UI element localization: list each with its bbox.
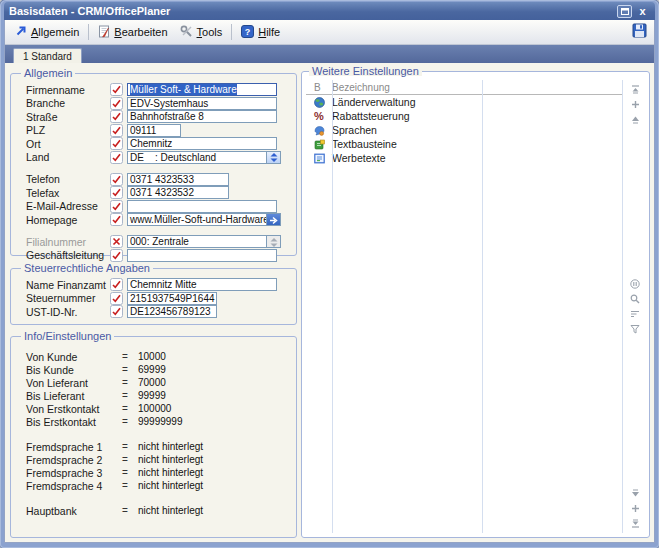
ne-arrow-icon [15, 25, 27, 39]
von-erstkontakt-value: 100000 [138, 403, 171, 414]
e-mail-adresse-field[interactable] [127, 200, 277, 213]
grid-row-rabattsteuerung[interactable]: %Rabattsteuerung [306, 109, 623, 123]
group-allgemein: Allgemein FirmennameMüller Soft- & Hardw… [10, 68, 297, 256]
steuernummer-field[interactable]: 2151937549P1644 [127, 292, 217, 305]
field-row-plz: PLZ09111 [26, 124, 289, 137]
move-up-icon[interactable] [630, 114, 641, 125]
check-icon[interactable] [110, 137, 123, 150]
check-icon[interactable] [110, 97, 123, 110]
plz-label: PLZ [26, 124, 110, 136]
von-kunde-value: 10000 [138, 351, 166, 362]
check-icon[interactable] [110, 173, 123, 186]
records-icon[interactable] [630, 279, 641, 290]
info-row-hauptbank: Hauptbank=nicht hinterlegt [26, 504, 289, 517]
field-row-stra-e: StraßeBahnhofstraße 8 [26, 110, 289, 123]
check-icon[interactable] [110, 278, 123, 291]
fremdsprache-1-label: Fremdsprache 1 [26, 441, 122, 453]
firmenname-field[interactable]: Müller Soft- & Hardware [127, 83, 277, 96]
check-icon[interactable] [110, 200, 123, 213]
check-icon[interactable] [110, 305, 123, 318]
grid-row-werbetexte[interactable]: Werbetexte [306, 151, 623, 165]
field-row-ort: OrtChemnitz [26, 137, 289, 150]
telefax-field[interactable]: 0371 4323532 [127, 186, 229, 199]
window-restore-button[interactable] [617, 5, 632, 18]
grid-nav-gutter [625, 84, 645, 529]
ust-id-nr-field[interactable]: DE123456789123 [127, 305, 217, 318]
equals-sign: = [122, 441, 138, 452]
filialnummer-field[interactable]: 000: Zentrale [127, 235, 267, 248]
open-homepage-button[interactable] [267, 213, 281, 226]
fremdsprache-3-value: nicht hinterlegt [138, 467, 203, 478]
name-finanzamt-field[interactable]: Chemnitz Mitte [127, 278, 277, 291]
grid-header-b[interactable]: B [306, 82, 332, 93]
filter-icon[interactable] [630, 324, 641, 335]
equals-sign: = [122, 351, 138, 362]
window-restore-icon [621, 5, 629, 17]
insert-up-icon[interactable] [630, 99, 641, 110]
check-icon[interactable] [110, 124, 123, 137]
steuer-fields: Name FinanzamtChemnitz MitteSteuernummer… [18, 278, 289, 318]
search-icon[interactable] [630, 294, 641, 305]
equals-sign: = [122, 480, 138, 491]
info-row-bis-kunde: Bis Kunde=69999 [26, 363, 289, 376]
bis-kunde-value: 69999 [138, 364, 166, 375]
plz-field[interactable]: 09111 [127, 124, 181, 137]
globe-icon [306, 97, 332, 108]
check-icon[interactable] [110, 151, 123, 164]
save-button[interactable] [628, 22, 650, 42]
window-close-button[interactable]: x [635, 5, 650, 18]
l-nderverwaltung-label: Länderverwaltung [332, 96, 415, 108]
toolbar-menus: AllgemeinBearbeitenTools?Hilfe [9, 23, 286, 42]
group-allgemein-title: Allgemein [21, 68, 75, 78]
field-row-telefon: Telefon0371 4323533 [26, 173, 289, 186]
grid-row-sprachen[interactable]: Sprachen [306, 123, 623, 137]
insert-down-icon[interactable] [630, 503, 641, 514]
telefon-field[interactable]: 0371 4323533 [127, 173, 229, 186]
go-arrow-icon [269, 211, 278, 229]
homepage-field[interactable]: www.Müller-Soft-und-Hardware.de [127, 213, 267, 226]
field-row-gesch-ftsleitung: Geschäftsleitung [26, 249, 289, 262]
field-row-name-finanzamt: Name FinanzamtChemnitz Mitte [26, 278, 289, 291]
stra-e-field[interactable]: Bahnhofstraße 8 [127, 110, 277, 123]
land-field[interactable]: DE : Deutschland [127, 151, 267, 164]
help-icon: ? [241, 25, 254, 40]
toolbar-separator [88, 24, 89, 40]
land-label: Land [26, 151, 110, 163]
ust-id-nr-label: UST-ID-Nr. [26, 306, 110, 318]
menu-allgemein[interactable]: Allgemein [9, 23, 85, 41]
menu-tools[interactable]: Tools [174, 23, 229, 42]
dropdown-button-land[interactable] [267, 151, 281, 164]
homepage-label: Homepage [26, 214, 110, 226]
menu-bearbeiten[interactable]: Bearbeiten [92, 23, 173, 42]
check-icon[interactable] [110, 249, 123, 262]
gesch-ftsleitung-field[interactable] [127, 249, 277, 262]
check-icon[interactable] [110, 186, 123, 199]
check-icon[interactable] [110, 110, 123, 123]
tab-standard[interactable]: 1 Standard [13, 48, 82, 63]
grid-row-l-nderverwaltung[interactable]: Länderverwaltung [306, 95, 623, 109]
move-down-icon[interactable] [630, 488, 641, 499]
settings-grid: B Bezeichnung Länderverwaltung%Rabattste… [306, 80, 647, 533]
sort-icon[interactable] [630, 309, 641, 320]
page-edit-icon [98, 25, 110, 40]
move-bottom-icon[interactable] [630, 518, 641, 529]
dropdown-button-filialnummer[interactable] [267, 235, 281, 248]
check-icon[interactable] [110, 83, 123, 96]
von-erstkontakt-label: Von Erstkontakt [26, 403, 122, 415]
move-top-icon[interactable] [630, 84, 641, 95]
grid-row-textbausteine[interactable]: Textbausteine [306, 137, 623, 151]
check-icon[interactable] [110, 292, 123, 305]
grid-header-bezeichnung[interactable]: Bezeichnung [332, 82, 623, 93]
cross-icon[interactable] [110, 235, 123, 248]
hauptbank-value: nicht hinterlegt [138, 505, 203, 516]
hauptbank-label: Hauptbank [26, 505, 122, 517]
window-title: Basisdaten - CRM/OfficePlaner [9, 5, 170, 17]
fremdsprache-4-value: nicht hinterlegt [138, 480, 203, 491]
ort-field[interactable]: Chemnitz [127, 137, 277, 150]
branche-field[interactable]: EDV-Systemhaus [127, 97, 277, 110]
column-separator [482, 80, 483, 533]
menu-hilfe[interactable]: ?Hilfe [235, 23, 286, 42]
check-icon[interactable] [110, 213, 123, 226]
info-row-fremdsprache-1: Fremdsprache 1=nicht hinterlegt [26, 440, 289, 453]
group-info-title: Info/Einstellungen [21, 331, 114, 341]
